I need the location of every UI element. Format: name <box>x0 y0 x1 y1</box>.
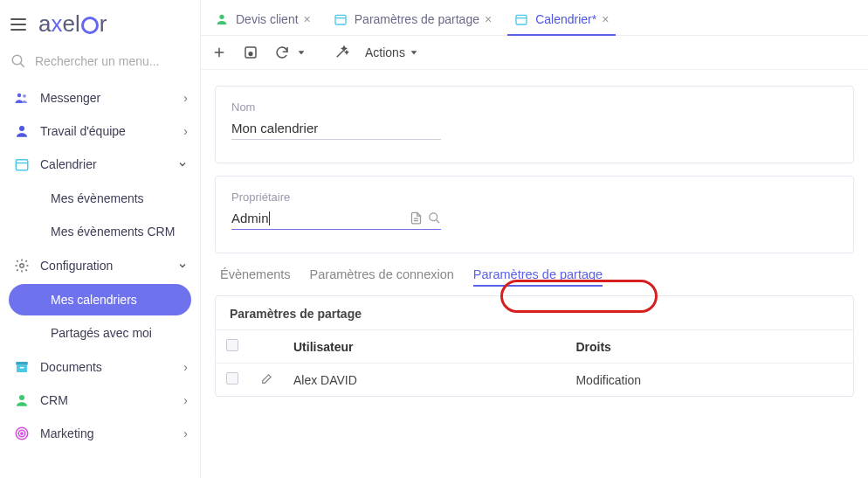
svg-rect-9 <box>17 365 27 372</box>
save-button[interactable] <box>243 45 258 60</box>
table-header-row: Utilisateur Droits <box>216 330 853 364</box>
owner-card: Propriétaire Admin <box>215 176 854 253</box>
svg-line-1 <box>21 64 24 67</box>
add-button[interactable] <box>211 45 227 60</box>
chevron-down-icon <box>177 260 188 271</box>
name-field[interactable]: Nom Mon calendrier <box>231 100 441 140</box>
table-row[interactable]: Alex DAVID Modification <box>216 364 853 397</box>
subtab-events[interactable]: Évènements <box>220 267 291 287</box>
svg-rect-5 <box>16 160 28 170</box>
document-icon[interactable] <box>410 211 423 225</box>
chevron-down-icon <box>177 159 188 170</box>
field-label: Propriétaire <box>231 191 441 204</box>
svg-rect-16 <box>335 15 346 24</box>
svg-point-4 <box>19 126 24 131</box>
sidebar-item-label: Configuration <box>40 259 177 273</box>
refresh-button[interactable] <box>274 45 290 60</box>
sub-tab-bar: Évènements Paramètres de connexion Param… <box>215 266 854 295</box>
svg-line-30 <box>437 220 439 223</box>
panel-title: Paramètres de partage <box>216 296 853 329</box>
menu-search-input[interactable] <box>35 54 189 68</box>
archive-icon <box>12 359 31 375</box>
sidebar-sub-my-calendars[interactable]: Mes calendriers <box>9 284 191 315</box>
menu-toggle-icon[interactable] <box>10 18 26 31</box>
svg-point-3 <box>23 94 26 98</box>
sidebar-item-configuration[interactable]: Configuration <box>0 249 200 282</box>
sidebar-item-crm[interactable]: CRM › <box>0 384 200 417</box>
owner-field[interactable]: Propriétaire Admin <box>231 191 441 230</box>
search-icon <box>10 53 26 69</box>
svg-point-11 <box>19 395 24 400</box>
actions-menu[interactable]: Actions <box>365 45 418 59</box>
main-content: Devis client × Paramètres de partage × C… <box>201 0 868 478</box>
sidebar-item-messenger[interactable]: Messenger › <box>0 81 200 114</box>
svg-point-29 <box>430 213 437 221</box>
close-icon[interactable]: × <box>602 12 609 26</box>
sidebar-item-calendar[interactable]: Calendrier <box>0 148 200 181</box>
subtab-share-params[interactable]: Paramètres de partage <box>473 267 603 287</box>
svg-rect-10 <box>20 367 24 369</box>
tab-devis-client[interactable]: Devis client × <box>208 5 318 35</box>
cell-user: Alex DAVID <box>283 364 565 397</box>
sidebar-item-team[interactable]: Travail d'équipe › <box>0 114 200 148</box>
tab-label: Devis client <box>236 12 299 26</box>
sidebar-item-label: Travail d'équipe <box>40 124 183 138</box>
sidebar: axelr Messenger › Travail d'équipe › Cal… <box>0 0 201 478</box>
person-icon <box>12 123 31 139</box>
tab-bar: Devis client × Paramètres de partage × C… <box>201 0 868 36</box>
chevron-right-icon: › <box>183 360 188 374</box>
svg-point-2 <box>17 94 22 98</box>
sidebar-item-label: Marketing <box>40 426 183 440</box>
share-table: Utilisateur Droits Alex DAVID Modificati… <box>216 329 853 396</box>
row-checkbox[interactable] <box>226 372 238 384</box>
text-cursor <box>269 211 270 225</box>
form-card: Nom Mon calendrier <box>215 86 854 163</box>
tab-label: Paramètres de partage <box>355 12 479 26</box>
column-rights: Droits <box>565 330 853 364</box>
close-icon[interactable]: × <box>485 12 492 26</box>
field-label: Nom <box>231 100 441 114</box>
people-icon <box>12 90 31 106</box>
svg-marker-26 <box>411 51 417 54</box>
sidebar-item-label: CRM <box>40 393 183 407</box>
chevron-right-icon: › <box>183 91 188 105</box>
subtab-connection-params[interactable]: Paramètres de connexion <box>310 267 454 287</box>
sidebar-sub-my-events[interactable]: Mes évènements <box>9 183 191 214</box>
field-value: Admin <box>231 211 269 225</box>
sidebar-sub-shared-with-me[interactable]: Partagés avec moi <box>9 317 191 349</box>
sidebar-item-marketing[interactable]: Marketing › <box>0 417 200 450</box>
tab-calendrier[interactable]: Calendrier* × <box>507 5 616 35</box>
person-icon <box>215 12 229 26</box>
field-value: Mon calendrier <box>231 121 318 135</box>
sidebar-item-label: Messenger <box>40 91 183 105</box>
sidebar-sub-my-events-crm[interactable]: Mes évènements CRM <box>9 216 191 247</box>
svg-point-7 <box>20 264 24 268</box>
chevron-right-icon: › <box>183 426 188 440</box>
actions-label: Actions <box>365 45 405 59</box>
svg-line-25 <box>337 51 344 58</box>
dropdown-caret-icon[interactable] <box>297 48 306 57</box>
person-icon <box>12 392 31 408</box>
svg-point-15 <box>219 15 224 19</box>
logo: axelr <box>38 10 107 38</box>
chevron-right-icon: › <box>183 393 188 407</box>
svg-point-23 <box>249 52 252 56</box>
sidebar-item-label: Documents <box>40 360 183 374</box>
svg-point-14 <box>21 433 23 434</box>
svg-marker-24 <box>299 51 305 54</box>
svg-point-0 <box>12 55 22 65</box>
tab-parametres-partage[interactable]: Paramètres de partage × <box>327 5 499 35</box>
wand-icon[interactable] <box>334 45 349 60</box>
select-all-checkbox[interactable] <box>226 339 238 351</box>
cell-rights: Modification <box>565 364 853 397</box>
close-icon[interactable]: × <box>304 12 311 26</box>
share-panel: Paramètres de partage Utilisateur Droits <box>215 295 854 397</box>
tab-label: Calendrier* <box>535 12 596 26</box>
search-icon[interactable] <box>428 211 441 225</box>
calendar-icon <box>12 156 31 172</box>
sidebar-item-documents[interactable]: Documents › <box>0 350 200 384</box>
gear-icon <box>12 258 31 274</box>
edit-icon[interactable] <box>259 373 272 386</box>
toolbar: Actions <box>201 36 868 70</box>
svg-rect-8 <box>16 362 28 365</box>
